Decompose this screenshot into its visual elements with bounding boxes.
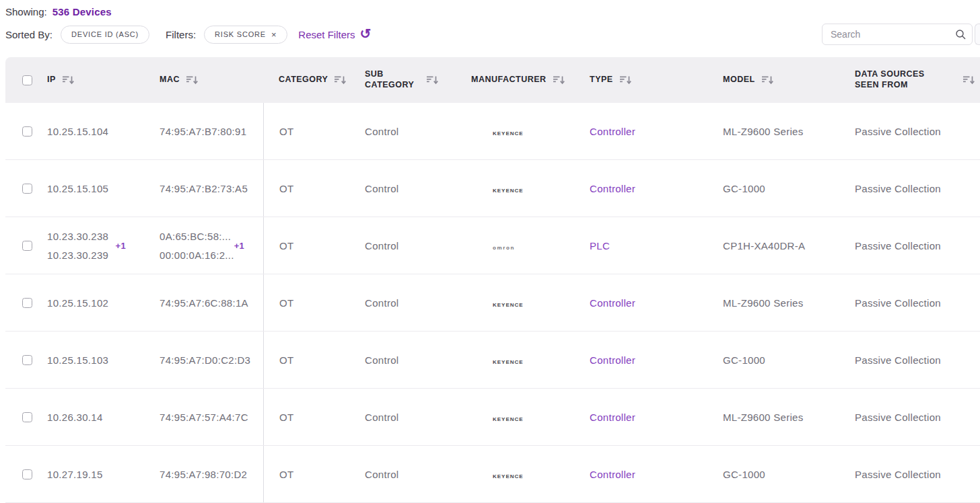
cell-type: Controller [590,354,723,366]
mac-more-badge[interactable]: +1 [234,241,244,251]
cell-mac: 74:95:A7:6C:88:1A [160,297,263,309]
cell-model: GC-1000 [723,354,855,366]
sort-icon[interactable] [553,75,565,85]
category-value: OT [279,126,293,137]
mac-values: 74:95:A7:6C:88:1A [160,297,248,309]
sorted-by-label: Sorted By: [5,29,53,40]
showing-bar: Showing: 536 Devices [5,4,112,19]
model-value: ML-Z9600 Series [723,297,804,309]
column-label-type: TYPE [590,75,613,85]
table-row[interactable]: 10.23.30.23810.23.30.239 +1 0A:65:BC:58:… [5,217,980,274]
cell-ip: 10.25.15.103 [47,354,160,366]
cell-ip: 10.27.19.15 [47,469,160,480]
value-line: 74:95:A7:D0:C2:D3 [160,354,250,366]
ip-more-badge[interactable]: +1 [116,241,126,251]
cell-sub-category: Control [365,183,471,194]
row-checkbox[interactable] [22,355,32,365]
row-checkbox[interactable] [22,241,32,251]
cell-category: OT [263,103,365,159]
table-row[interactable]: 10.25.15.103 74:95:A7:D0:C2:D3 OT Contro… [5,332,980,389]
header-cell-ip: IP [47,75,160,85]
type-link[interactable]: Controller [590,469,635,480]
sort-icon[interactable] [762,75,773,85]
type-link[interactable]: Controller [590,183,635,194]
mac-values: 74:95:A7:B2:73:A5 [160,183,248,194]
category-value: OT [279,354,293,366]
table-row[interactable]: 10.27.19.15 74:95:A7:98:70:D2 OT Control… [5,446,980,503]
sub-category-value: Control [365,469,398,480]
sort-icon[interactable] [620,75,631,85]
sort-icon[interactable] [335,75,346,85]
cell-type: Controller [590,183,723,194]
type-link[interactable]: Controller [590,354,635,366]
cell-mac: 74:95:A7:57:A4:7C [160,412,263,423]
sort-chip[interactable]: DEVICE ID (ASC) [61,26,149,44]
cell-mac: 74:95:A7:D0:C2:D3 [160,354,263,366]
cell-data-sources: Passive Collection [855,297,980,309]
row-checkbox[interactable] [22,126,32,137]
cell-category: OT [263,160,365,217]
cell-data-sources: Passive Collection [855,412,980,423]
category-value: OT [279,412,293,423]
reset-filters-label: Reset Filters [298,29,355,40]
sort-chip-label: DEVICE ID (ASC) [71,30,139,38]
type-link[interactable]: Controller [590,412,635,423]
sort-icon[interactable] [186,75,198,85]
remove-filter-icon[interactable]: × [271,30,277,40]
column-label-mac: MAC [160,75,180,85]
table-row[interactable]: 10.25.15.104 74:95:A7:B7:80:91 OT Contro… [5,103,980,160]
cell-sub-category: Control [365,126,471,137]
filter-chip-risk-score[interactable]: RISK SCORE × [204,26,287,44]
table-row[interactable]: 10.25.15.102 74:95:A7:6C:88:1A OT Contro… [5,274,980,332]
type-link[interactable]: Controller [590,126,635,137]
model-value: GC-1000 [723,354,765,366]
control-bar: Sorted By: DEVICE ID (ASC) Filters: RISK… [5,24,980,45]
sub-category-value: Control [365,240,398,252]
model-value: CP1H-XA40DR-A [723,240,805,252]
cell-manufacturer: KEYENCE [471,183,590,194]
header-cell-select-all [5,75,47,85]
table-row[interactable]: 10.25.15.105 74:95:A7:B2:73:A5 OT Contro… [5,160,980,217]
cell-select [5,355,47,365]
cell-manufacturer: OMRON [471,240,590,252]
value-line: 74:95:A7:6C:88:1A [160,297,248,309]
cell-data-sources: Passive Collection [855,240,980,252]
header-cell-manufacturer: MANUFACTURER [471,75,590,85]
sort-icon[interactable] [963,75,975,85]
search-input[interactable] [822,24,973,45]
cell-manufacturer: KEYENCE [471,126,590,137]
cell-manufacturer: KEYENCE [471,354,590,366]
reset-filters-link[interactable]: Reset Filters ↺ [298,28,371,41]
manufacturer-logo: OMRON [493,245,515,251]
value-line: 74:95:A7:B2:73:A5 [160,183,248,194]
cell-ip: 10.25.15.104 [47,126,160,137]
search-icon [955,29,966,40]
select-all-checkbox[interactable] [22,75,32,85]
type-link[interactable]: Controller [590,297,635,309]
cell-sub-category: Control [365,412,471,423]
row-checkbox[interactable] [22,412,32,422]
column-label-model: MODEL [723,75,755,85]
model-value: ML-Z9600 Series [723,126,804,137]
mac-values: 0A:65:BC:58:...00:00:0A:16:2... [160,231,234,261]
sort-icon[interactable] [427,75,438,85]
column-label-data-sources: DATA SOURCES SEEN FROM [855,69,946,90]
cell-select [5,469,47,479]
value-line: 00:00:0A:16:2... [160,249,234,261]
cell-category: OT [263,332,365,388]
row-checkbox[interactable] [22,469,32,479]
sort-icon[interactable] [63,75,74,85]
ip-values: 10.26.30.14 [47,412,103,423]
header-cell-sub-category: SUB CATEGORY [365,69,471,90]
value-line: 10.25.15.102 [47,297,108,309]
header-cell-type: TYPE [590,75,723,85]
model-value: ML-Z9600 Series [723,412,804,423]
row-checkbox[interactable] [22,298,32,308]
row-checkbox[interactable] [22,184,32,194]
cell-model: ML-Z9600 Series [723,412,855,423]
cell-model: ML-Z9600 Series [723,297,855,309]
cell-ip: 10.25.15.102 [47,297,160,309]
table-row[interactable]: 10.26.30.14 74:95:A7:57:A4:7C OT Control… [5,389,980,446]
type-link[interactable]: PLC [590,240,610,252]
filters-label: Filters: [166,29,196,40]
